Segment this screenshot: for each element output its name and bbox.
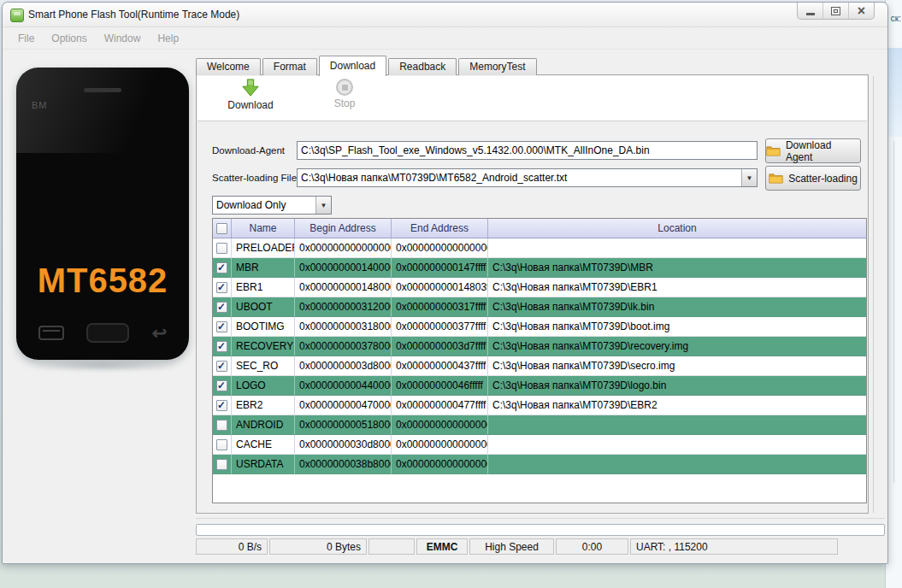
cell-location: C:\3q\Новая папка\MT0739D\boot.img [488,317,866,337]
row-checkbox[interactable] [216,262,227,273]
download-agent-button[interactable]: Download Agent [765,138,861,163]
cell-end-address: 0x0000000000000000 [392,415,488,435]
row-checkbox-cell [213,278,232,297]
table-row[interactable]: SEC_RO0x0000000003d800000x000000000437ff… [213,356,866,376]
tab-download[interactable]: Download [319,56,386,76]
chipset-label: MT6582 [16,262,189,300]
cell-end-address: 0x00000000014803ff [392,278,488,297]
menu-options[interactable]: Options [43,30,95,47]
row-checkbox[interactable] [216,302,227,313]
row-checkbox-cell [213,376,232,396]
download-agent-button-label: Download Agent [786,139,860,163]
row-checkbox[interactable] [216,341,227,352]
row-checkbox[interactable] [216,321,227,332]
row-checkbox-cell [213,337,232,356]
folder-icon [766,145,781,156]
table-row[interactable]: RECOVERY0x00000000037800000x0000000003d7… [213,337,866,356]
cell-location: C:\3q\Новая папка\MT0739D\secro.img [488,356,866,376]
table-row[interactable]: BOOTIMG0x00000000031800000x000000000377f… [213,317,866,337]
download-action-button[interactable]: Download [218,79,283,111]
row-checkbox-cell [213,415,232,435]
cell-begin-address: 0x0000000038b80000 [295,455,392,474]
download-mode-combobox[interactable]: Download Only ▼ [212,196,332,215]
mode-dropdown-button[interactable]: ▼ [315,197,331,214]
close-button[interactable]: × [849,3,874,19]
row-checkbox[interactable] [216,282,227,293]
close-icon: × [858,4,865,18]
menu-help[interactable]: Help [149,30,187,47]
bottom-divider [196,518,885,519]
background-text-fragment: ск: [891,14,901,23]
row-checkbox[interactable] [216,459,227,470]
window-controls: × [797,3,875,20]
title-bar[interactable]: Smart Phone Flash Tool(Runtime Trace Mod… [3,3,887,27]
cell-location [488,455,866,474]
table-row[interactable]: USRDATA0x0000000038b800000x0000000000000… [213,455,866,474]
table-row[interactable]: MBR0x00000000014000000x000000000147ffffC… [213,258,866,278]
cell-name: ANDROID [232,415,295,435]
row-checkbox[interactable] [216,400,227,411]
tab-format[interactable]: Format [262,58,317,75]
cell-location: C:\3q\Новая папка\MT0739D\EBR2 [488,396,866,415]
cell-begin-address: 0x0000000003180000 [295,317,392,337]
tab-strip: Welcome Format Download Readback MemoryT… [196,56,539,75]
tab-readback[interactable]: Readback [388,58,457,75]
cell-end-address: 0x000000000147ffff [392,258,488,278]
restore-icon [831,7,840,15]
chevron-down-icon: ▼ [321,202,327,209]
cell-name: LOGO [232,376,295,396]
table-row[interactable]: PRELOADER0x00000000000000000x00000000000… [213,238,866,258]
scatter-file-label: Scatter-loading File [212,173,297,183]
header-location[interactable]: Location [488,219,866,238]
cell-end-address: 0x000000000377ffff [392,317,488,337]
cell-name: EBR1 [232,278,295,297]
cell-end-address: 0x0000000000000000 [392,455,488,474]
table-row[interactable]: UBOOT0x00000000031200000x000000000317fff… [213,297,866,317]
status-storage: EMMC [416,538,468,555]
cell-begin-address: 0x0000000000000000 [295,238,392,258]
scatter-loading-button[interactable]: Scatter-loading [765,166,861,191]
cell-begin-address: 0x0000000003120000 [295,297,392,317]
stop-action-button[interactable]: Stop [312,79,377,109]
phone-image: BM MT6582 ↩ [16,68,189,360]
row-checkbox-cell [213,356,232,376]
background-window-line [893,141,894,483]
row-checkbox[interactable] [216,361,227,372]
cell-end-address: 0x0000000003d7ffff [392,337,488,356]
table-row[interactable]: ANDROID0x00000000051800000x0000000000000… [213,415,866,435]
row-checkbox[interactable] [216,243,227,254]
tab-memorytest[interactable]: MemoryTest [458,58,536,75]
table-row[interactable]: EBR10x00000000014800000x00000000014803ff… [213,278,866,297]
download-agent-input[interactable] [297,141,758,160]
status-speed: 0 B/s [196,538,268,555]
cell-end-address: 0x000000000477ffff [392,396,488,415]
minimize-button[interactable] [798,3,823,19]
scatter-loading-button-label: Scatter-loading [788,173,858,185]
header-end-address[interactable]: End Address [392,219,488,238]
table-row[interactable]: EBR20x00000000047000000x000000000477ffff… [213,396,866,415]
row-checkbox-cell [213,396,232,415]
table-row[interactable]: LOGO0x00000000044000000x00000000046fffff… [213,376,866,396]
menu-file[interactable]: File [9,30,43,47]
folder-icon [769,173,783,184]
row-checkbox[interactable] [216,420,227,431]
menu-window[interactable]: Window [96,30,150,47]
download-mode-value: Download Only [213,197,315,214]
cell-name: USRDATA [232,455,295,474]
tab-welcome[interactable]: Welcome [196,58,261,75]
header-name[interactable]: Name [232,219,295,238]
row-checkbox[interactable] [216,380,227,391]
progress-bar [196,524,885,536]
header-begin-address[interactable]: Begin Address [295,219,392,238]
row-checkbox-cell [213,258,232,278]
row-checkbox[interactable] [216,439,227,450]
cell-name: UBOOT [232,297,295,317]
scatter-dropdown-button[interactable]: ▼ [741,169,757,186]
cell-name: CACHE [232,435,295,455]
table-row[interactable]: CACHE0x0000000030d800000x000000000000000… [213,435,866,455]
restore-button[interactable] [823,3,849,19]
select-all-checkbox[interactable] [216,223,227,234]
scatter-file-combobox[interactable]: C:\3q\Новая папка\MT0739D\MT6582_Android… [297,168,758,187]
download-agent-label: Download-Agent [212,145,285,156]
cell-name: PRELOADER [232,238,295,258]
